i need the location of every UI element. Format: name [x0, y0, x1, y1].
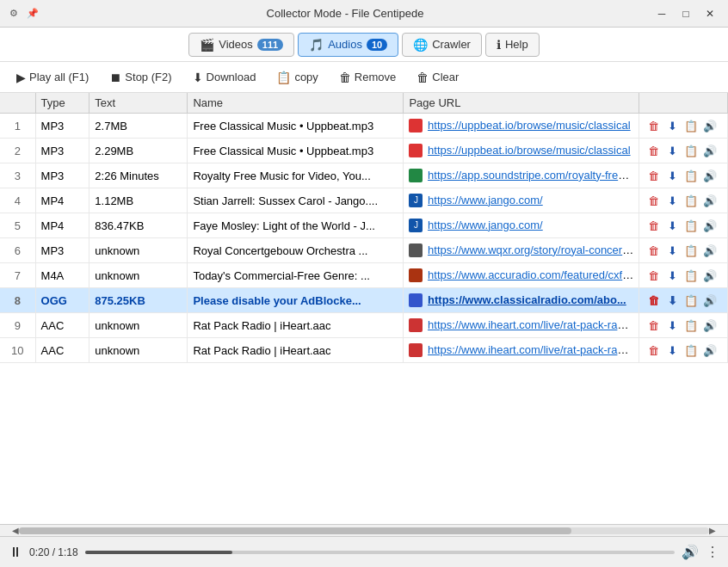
copy-item-icon[interactable]: 📋 — [682, 292, 700, 309]
download-item-icon[interactable]: ⬇ — [663, 117, 681, 134]
page-url-link[interactable]: https://www.iheart.com/live/rat-pack-rad… — [428, 343, 639, 356]
row-url[interactable]: J https://www.jango.com/ — [404, 188, 639, 213]
table-row[interactable]: 2 MP3 2.29MB Free Classical Music • Uppb… — [0, 139, 728, 163]
audio-table: Type Text Name Page URL 1 MP3 2.7MB Free… — [0, 93, 728, 363]
audio-item-icon[interactable]: 🔊 — [701, 242, 719, 259]
delete-icon[interactable]: 🗑 — [645, 167, 662, 184]
volume-icon[interactable]: 🔊 — [682, 544, 699, 560]
row-url[interactable]: https://www.classicalradio.com/abo... — [404, 288, 639, 313]
audio-item-icon[interactable]: 🔊 — [701, 117, 719, 134]
delete-icon[interactable]: 🗑 — [645, 267, 662, 284]
videos-nav-button[interactable]: 🎬 Videos 111 — [188, 33, 294, 57]
row-actions: 🗑 ⬇ 📋 🔊 — [639, 263, 728, 288]
audio-item-icon[interactable]: 🔊 — [701, 317, 719, 334]
help-nav-button[interactable]: ℹ Help — [485, 33, 540, 57]
crawler-nav-button[interactable]: 🌐 Crawler — [402, 33, 482, 57]
minimize-button[interactable]: ─ — [651, 5, 673, 22]
row-url[interactable]: J https://www.jango.com/ — [404, 213, 639, 238]
row-text: 2:26 Minutes — [89, 163, 188, 188]
audio-item-icon[interactable]: 🔊 — [701, 267, 719, 284]
row-url[interactable]: https://www.accuradio.com/featured/cxfr-… — [404, 263, 639, 288]
row-url[interactable]: https://uppbeat.io/browse/music/classica… — [404, 114, 639, 139]
download-item-icon[interactable]: ⬇ — [663, 217, 681, 234]
copy-item-icon[interactable]: 📋 — [682, 142, 700, 159]
row-url[interactable]: https://www.iheart.com/live/rat-pack-rad… — [404, 313, 639, 338]
download-item-icon[interactable]: ⬇ — [663, 167, 681, 184]
download-item-icon[interactable]: ⬇ — [663, 192, 681, 209]
delete-icon[interactable]: 🗑 — [645, 342, 662, 359]
audio-item-icon[interactable]: 🔊 — [701, 167, 719, 184]
copy-item-icon[interactable]: 📋 — [682, 242, 700, 259]
copy-item-icon[interactable]: 📋 — [682, 342, 700, 359]
progress-bar[interactable] — [85, 551, 675, 554]
row-url[interactable]: https://www.wqxr.org/story/royal-concert… — [404, 238, 639, 263]
row-text: 875.25KB — [89, 288, 188, 313]
page-url-link[interactable]: https://app.soundstripe.com/royalty-free… — [428, 169, 638, 182]
row-url[interactable]: https://www.iheart.com/live/rat-pack-rad… — [404, 338, 639, 363]
clear-button[interactable]: 🗑 Clear — [407, 66, 468, 89]
delete-icon[interactable]: 🗑 — [645, 317, 662, 334]
maximize-button[interactable]: □ — [675, 5, 697, 22]
download-item-icon[interactable]: ⬇ — [663, 242, 681, 259]
table-row[interactable]: 9 AAC unknown Rat Pack Radio | iHeart.aa… — [0, 313, 728, 338]
download-item-icon[interactable]: ⬇ — [663, 292, 681, 309]
delete-icon[interactable]: 🗑 — [645, 142, 662, 159]
row-num: 8 — [0, 288, 35, 313]
copy-button[interactable]: 📋 copy — [267, 66, 327, 89]
title-bar-app-icons: ⚙ 📌 — [7, 7, 40, 21]
copy-item-icon[interactable]: 📋 — [682, 117, 700, 134]
download-item-icon[interactable]: ⬇ — [663, 342, 681, 359]
audio-item-icon[interactable]: 🔊 — [701, 292, 719, 309]
audio-item-icon[interactable]: 🔊 — [701, 192, 719, 209]
delete-icon[interactable]: 🗑 — [645, 292, 662, 309]
table-row[interactable]: 7 M4A unknown Today's Commercial-Free Ge… — [0, 263, 728, 288]
scroll-left-arrow[interactable]: ◀ — [12, 526, 19, 535]
table-row[interactable]: 6 MP3 unknown Royal Concertgebouw Orches… — [0, 238, 728, 263]
audio-item-icon[interactable]: 🔊 — [701, 142, 719, 159]
table-row[interactable]: 10 AAC unknown Rat Pack Radio | iHeart.a… — [0, 338, 728, 363]
delete-icon[interactable]: 🗑 — [645, 242, 662, 259]
download-item-icon[interactable]: ⬇ — [663, 267, 681, 284]
scroll-thumb[interactable] — [19, 527, 571, 534]
close-button[interactable]: ✕ — [699, 5, 721, 22]
row-text: unknown — [89, 338, 188, 363]
audio-item-icon[interactable]: 🔊 — [701, 217, 719, 234]
download-item-icon[interactable]: ⬇ — [663, 317, 681, 334]
copy-item-icon[interactable]: 📋 — [682, 317, 700, 334]
download-button[interactable]: ⬇ Download — [183, 66, 266, 89]
page-url-link[interactable]: https://www.classicalradio.com/abo... — [428, 293, 626, 306]
table-row[interactable]: 3 MP3 2:26 Minutes Royalty Free Music fo… — [0, 163, 728, 188]
play-all-button[interactable]: ▶ Play all (F1) — [7, 66, 98, 89]
copy-item-icon[interactable]: 📋 — [682, 267, 700, 284]
page-url-link[interactable]: https://www.wqxr.org/story/royal-concert… — [428, 243, 639, 256]
row-url[interactable]: https://app.soundstripe.com/royalty-free… — [404, 163, 639, 188]
remove-button[interactable]: 🗑 Remove — [330, 66, 405, 89]
table-row[interactable]: 4 MP4 1.12MB Stian Jarrell: Sussex Carol… — [0, 188, 728, 213]
audio-item-icon[interactable]: 🔊 — [701, 342, 719, 359]
row-name: Free Classical Music • Uppbeat.mp3 — [188, 139, 404, 163]
pause-button[interactable]: ⏸ — [9, 545, 22, 560]
page-url-link[interactable]: https://www.jango.com/ — [428, 219, 543, 231]
copy-item-icon[interactable]: 📋 — [682, 217, 700, 234]
delete-icon[interactable]: 🗑 — [645, 217, 662, 234]
scroll-right-arrow[interactable]: ▶ — [709, 526, 716, 535]
horizontal-scrollbar[interactable]: ◀ ▶ — [0, 524, 728, 536]
audios-nav-button[interactable]: 🎵 Audios 10 — [298, 33, 398, 57]
download-item-icon[interactable]: ⬇ — [663, 142, 681, 159]
delete-icon[interactable]: 🗑 — [645, 117, 662, 134]
page-url-link[interactable]: https://uppbeat.io/browse/music/classica… — [428, 144, 631, 157]
row-url[interactable]: https://uppbeat.io/browse/music/classica… — [404, 139, 639, 163]
copy-item-icon[interactable]: 📋 — [682, 167, 700, 184]
table-row[interactable]: 1 MP3 2.7MB Free Classical Music • Uppbe… — [0, 114, 728, 139]
table-row[interactable]: 8 OGG 875.25KB Please disable your AdBlo… — [0, 288, 728, 313]
copy-item-icon[interactable]: 📋 — [682, 192, 700, 209]
stop-button[interactable]: ⏹ Stop (F2) — [100, 66, 181, 89]
more-options-icon[interactable]: ⋮ — [706, 544, 719, 560]
page-url-link[interactable]: https://www.accuradio.com/featured/cxfr-… — [428, 268, 639, 281]
delete-icon[interactable]: 🗑 — [645, 192, 662, 209]
page-url-link[interactable]: https://www.jango.com/ — [428, 194, 543, 206]
page-url-link[interactable]: https://uppbeat.io/browse/music/classica… — [428, 119, 631, 132]
scroll-track[interactable] — [19, 527, 709, 534]
table-row[interactable]: 5 MP4 836.47KB Faye Mosley: Light of the… — [0, 213, 728, 238]
page-url-link[interactable]: https://www.iheart.com/live/rat-pack-rad… — [428, 318, 639, 331]
